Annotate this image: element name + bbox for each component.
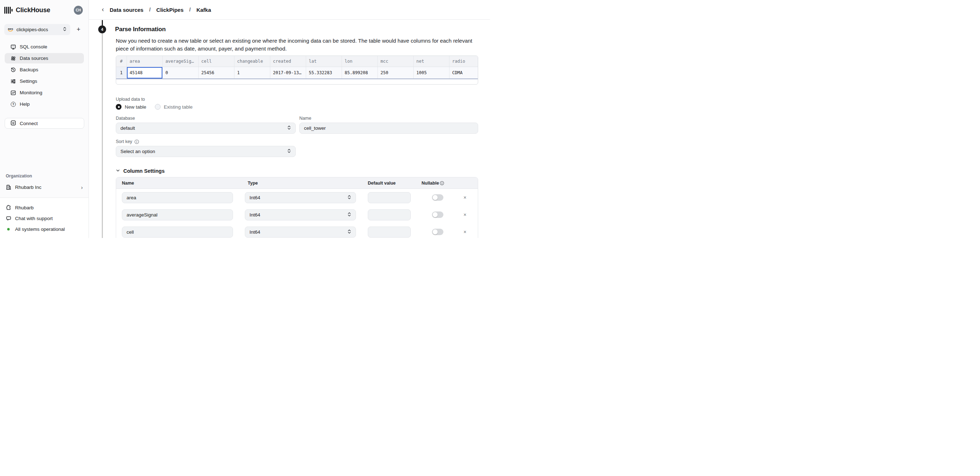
organization-selector[interactable]: Rhubarb Inc ›: [6, 182, 83, 193]
breadcrumb-clickpipes[interactable]: ClickPipes: [156, 7, 183, 13]
back-chevron-icon[interactable]: ‹: [102, 6, 104, 13]
column-header-net: net: [413, 56, 449, 67]
preview-cell-area-selected[interactable]: 45148: [127, 67, 162, 79]
cs-default-value-input[interactable]: [368, 209, 411, 220]
organization-building-icon: [6, 184, 11, 190]
nullable-toggle-off[interactable]: [432, 229, 444, 235]
remove-column-icon[interactable]: ×: [463, 229, 466, 234]
radio-selected-icon: [116, 104, 121, 110]
sort-key-select[interactable]: Select an option: [116, 146, 296, 157]
table-name-label: Name: [299, 116, 478, 121]
cs-header-name: Name: [122, 181, 233, 186]
column-header-cell: cell: [198, 56, 234, 67]
radio-label: New table: [125, 104, 146, 110]
database-select[interactable]: default: [116, 123, 296, 134]
remove-column-icon[interactable]: ×: [463, 195, 466, 200]
remove-column-icon[interactable]: ×: [463, 212, 466, 217]
table-name-input[interactable]: [299, 123, 478, 134]
stepper-line-completed: [102, 20, 103, 25]
sidebar-item-sql-console[interactable]: SQL console: [5, 41, 84, 52]
upload-target-radio-group: New table Existing table: [116, 104, 478, 110]
cs-default-value-input[interactable]: [368, 192, 411, 203]
chevron-down-icon: [116, 168, 120, 174]
sidebar-footer: Rhubarb Chat with support All systems op…: [0, 197, 89, 238]
chevron-updown-icon: [287, 125, 291, 131]
row-number-cell: 1: [116, 67, 127, 79]
chevron-updown-icon: [63, 27, 67, 33]
radio-existing-table[interactable]: Existing table: [155, 104, 192, 110]
column-header-lat: lat: [306, 56, 342, 67]
cs-type-value: Int64: [250, 229, 260, 235]
breadcrumb-data-sources[interactable]: Data sources: [110, 7, 143, 13]
column-settings-row-averagesignal: Int64 ×: [116, 206, 478, 223]
cs-name-input[interactable]: [122, 209, 233, 220]
status-green-dot-icon: [7, 228, 10, 231]
connect-button[interactable]: Connect: [5, 118, 84, 129]
sidebar-item-label: SQL console: [20, 44, 47, 49]
cs-type-select[interactable]: Int64: [245, 192, 356, 203]
sidebar-item-settings[interactable]: Settings: [5, 76, 84, 86]
info-icon[interactable]: [134, 139, 139, 144]
preview-cell-net[interactable]: 1005: [413, 67, 449, 79]
preview-cell-mcc[interactable]: 250: [377, 67, 413, 79]
cs-default-value-input[interactable]: [368, 226, 411, 238]
sidebar-nav: SQL console Data sources Backups Setting…: [0, 41, 89, 110]
column-settings-header-row: Name Type Default value Nullable: [116, 177, 478, 189]
sidebar-item-label: Monitoring: [20, 90, 42, 96]
sidebar-item-help[interactable]: ? Help: [5, 99, 84, 109]
column-header-mcc: mcc: [377, 56, 413, 67]
cs-name-input[interactable]: [122, 192, 233, 203]
add-service-button[interactable]: +: [74, 25, 83, 34]
chevron-updown-icon: [347, 229, 351, 235]
sidebar-item-monitoring[interactable]: Monitoring: [5, 88, 84, 98]
step-description: Now you need to create a new table or se…: [116, 37, 478, 53]
sidebar-item-data-sources[interactable]: Data sources: [5, 53, 84, 64]
monitoring-chart-icon: [10, 90, 16, 96]
service-selector[interactable]: aws clickpipes-docs: [4, 24, 70, 35]
sidebar-item-label: Settings: [20, 78, 37, 84]
footer-item-chat-support[interactable]: Chat with support: [6, 213, 83, 224]
cs-header-type: Type: [245, 181, 356, 186]
preview-cell-changeable[interactable]: 1: [234, 67, 270, 79]
preview-cell-cell[interactable]: 25456: [198, 67, 234, 79]
cs-type-select[interactable]: Int64: [245, 226, 356, 238]
preview-cell-lon[interactable]: 85.899208: [342, 67, 377, 79]
user-avatar[interactable]: CH: [74, 6, 83, 15]
preview-cell-radio[interactable]: CDMA: [449, 67, 478, 79]
app-window: ClickHouse CH aws clickpipes-docs +: [0, 0, 490, 238]
column-settings-toggle[interactable]: Column Settings: [116, 168, 478, 174]
chevron-updown-icon: [347, 195, 351, 201]
chevron-updown-icon: [287, 148, 291, 154]
column-settings-table: Name Type Default value Nullable: [116, 177, 478, 238]
radio-new-table[interactable]: New table: [116, 104, 146, 110]
breadcrumb-kafka: Kafka: [196, 7, 211, 13]
puzzle-icon: [6, 205, 11, 210]
footer-item-label: Chat with support: [15, 216, 53, 221]
sidebar-item-label: Data sources: [20, 56, 48, 61]
data-preview-table: # area averageSig… cell changeable creat…: [116, 56, 478, 84]
preview-cell-lat[interactable]: 55.332283: [306, 67, 342, 79]
step-number-badge: 4: [98, 25, 106, 33]
cs-type-value: Int64: [250, 212, 260, 218]
sidebar-item-label: Help: [20, 102, 30, 107]
column-header-rownum: #: [116, 56, 127, 67]
nullable-toggle-off[interactable]: [432, 212, 444, 218]
column-header-changeable: changeable: [234, 56, 270, 67]
column-settings-title: Column Settings: [123, 168, 164, 174]
nullable-toggle-off[interactable]: [432, 194, 444, 201]
sidebar: ClickHouse CH aws clickpipes-docs +: [0, 0, 89, 238]
radio-unselected-icon: [155, 104, 161, 110]
footer-item-label: Rhubarb: [15, 205, 34, 210]
sort-key-select-value: Select an option: [121, 149, 155, 154]
database-select-value: default: [121, 126, 135, 131]
preview-cell-created[interactable]: 2017-09-13…: [270, 67, 306, 79]
footer-item-system-status[interactable]: All systems operational: [6, 224, 83, 234]
sidebar-item-backups[interactable]: Backups: [5, 65, 84, 75]
cs-type-select[interactable]: Int64: [245, 209, 356, 220]
cs-name-input[interactable]: [122, 226, 233, 238]
info-icon[interactable]: [440, 181, 444, 185]
footer-item-rhubarb[interactable]: Rhubarb: [6, 202, 83, 213]
app-logo-text: ClickHouse: [16, 6, 50, 14]
preview-cell-averagesignal[interactable]: 0: [162, 67, 198, 79]
sidebar-item-label: Backups: [20, 67, 38, 72]
